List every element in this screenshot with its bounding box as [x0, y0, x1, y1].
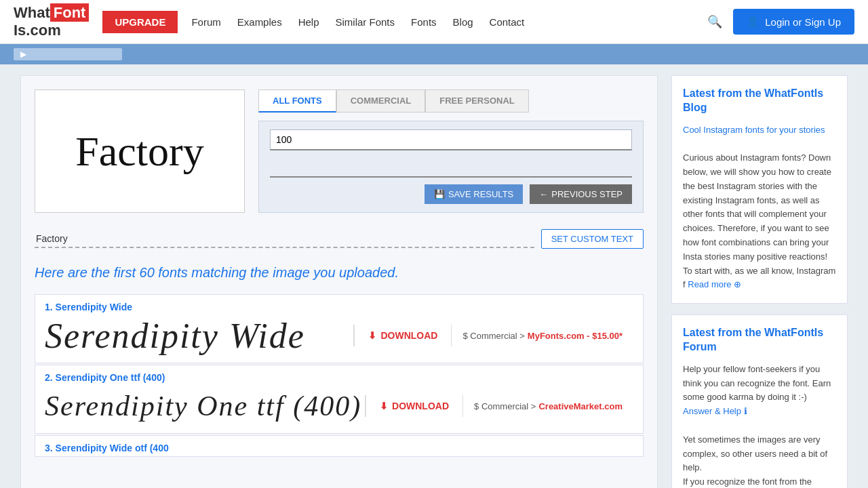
forum-text-1: Help your fellow font-seekers if you thi…: [683, 364, 831, 403]
logo-font: Font: [50, 3, 90, 22]
commercial-link-1[interactable]: MyFonts.com - $15.00*: [528, 331, 623, 341]
filter-form: 💾 SAVE RESULTS ← PREVIOUS STEP: [258, 121, 644, 213]
save-results-button[interactable]: 💾 SAVE RESULTS: [425, 184, 523, 204]
save-label: SAVE RESULTS: [448, 189, 513, 199]
font-actions-2: ⬇ DOWNLOAD $ Commercial > CreativeMarket…: [365, 395, 633, 417]
read-more-link[interactable]: Read more: [688, 279, 731, 289]
answer-help-link[interactable]: Answer & Help: [683, 406, 741, 416]
font-actions-1: ⬇ DOWNLOAD $ Commercial > MyFonts.com - …: [353, 325, 633, 346]
tab-all-fonts[interactable]: ALL FONTS: [258, 89, 336, 113]
custom-text-input[interactable]: [35, 230, 534, 248]
read-more-icon: ⊕: [734, 279, 741, 289]
download-icon-1: ⬇: [368, 330, 376, 341]
font-name-preview-1: Serendipity Wide: [45, 315, 353, 356]
form-actions: 💾 SAVE RESULTS ← PREVIOUS STEP: [270, 184, 632, 204]
nav-links: Forum Examples Help Similar Fonts Fonts …: [191, 16, 707, 28]
arrow-left-icon: ←: [539, 189, 548, 199]
download-label-2: DOWNLOAD: [392, 401, 449, 411]
font-result-1-header[interactable]: 1. Serendipity Wide: [35, 295, 643, 315]
commercial-info-2: $ Commercial > CreativeMarket.com: [463, 396, 633, 417]
custom-text-row-form: [270, 157, 632, 178]
banner-inner: ▶: [14, 48, 122, 60]
banner-arrow-icon: ▶: [20, 49, 26, 59]
main-container: Factory ALL FONTS COMMERCIAL FREE PERSON…: [7, 64, 861, 488]
commercial-link-2[interactable]: CreativeMarket.com: [538, 401, 623, 411]
download-label-1: DOWNLOAD: [380, 330, 437, 341]
forum-info-icon: ℹ: [744, 406, 747, 416]
font-result-2-header[interactable]: 2. Serendipity One ttf (400): [35, 365, 643, 386]
nav-contact[interactable]: Contact: [490, 16, 525, 28]
nav-examples[interactable]: Examples: [237, 16, 282, 28]
blue-banner: ▶: [0, 44, 868, 64]
tabs: ALL FONTS COMMERCIAL FREE PERSONAL: [258, 89, 644, 113]
font-result-2-name[interactable]: Serendipity One ttf (400): [56, 372, 165, 383]
serendipity-one-preview: Serendipity One ttf (400): [45, 390, 361, 422]
download-button-1[interactable]: ⬇ DOWNLOAD: [355, 325, 452, 346]
content-area: Factory ALL FONTS COMMERCIAL FREE PERSON…: [20, 75, 658, 488]
custom-text-form-input[interactable]: [270, 157, 632, 178]
font-result-2-body: Serendipity One ttf (400) ⬇ DOWNLOAD $ C…: [35, 386, 643, 433]
blog-article-link[interactable]: Cool Instagram fonts for your stories: [683, 125, 825, 135]
font-result-item-2: 2. Serendipity One ttf (400) Serendipity…: [35, 365, 644, 434]
download-icon-2: ⬇: [380, 401, 388, 411]
font-result-item-3: 3. Serendipity Wide otf (400: [35, 435, 644, 457]
commercial-label-2: $ Commercial >: [474, 401, 536, 411]
font-name-preview-2: Serendipity One ttf (400): [45, 386, 365, 426]
commercial-info-1: $ Commercial > MyFonts.com - $15.00*: [452, 325, 633, 346]
login-label: Login or Sign Up: [765, 16, 841, 28]
sidebar-blog-card: Latest from the WhatFontIs Blog Cool Ins…: [671, 75, 848, 304]
font-preview-text: Factory: [75, 130, 203, 172]
font-result-3-number: 3: [45, 443, 50, 453]
nav-fonts[interactable]: Fonts: [411, 16, 437, 28]
save-icon: 💾: [434, 189, 445, 199]
font-result-1-body: Serendipity Wide ⬇ DOWNLOAD $ Commercial…: [35, 315, 643, 363]
nav-forum[interactable]: Forum: [191, 16, 220, 28]
previous-step-button[interactable]: ← PREVIOUS STEP: [530, 184, 632, 204]
blog-article-text: Curious about Instagram fonts? Down belo…: [683, 152, 835, 289]
nav-similar-fonts[interactable]: Similar Fonts: [336, 16, 395, 28]
serendipity-wide-preview: Serendipity Wide: [45, 316, 305, 356]
font-result-2-number: 2: [45, 372, 50, 383]
navbar: WhatFont Is.com UPGRADE Forum Examples H…: [0, 0, 868, 44]
sidebar-blog-body: Cool Instagram fonts for your stories Cu…: [683, 123, 836, 293]
font-result-1-name[interactable]: Serendipity Wide: [56, 302, 132, 312]
logo-what: What: [14, 4, 50, 21]
user-icon: 👤: [747, 16, 760, 28]
forum-text-3: If you recognize the font from the sampl…: [683, 476, 831, 488]
logo[interactable]: WhatFont Is.com: [14, 4, 89, 39]
logo-is: Is.com: [14, 22, 61, 39]
right-panel: ALL FONTS COMMERCIAL FREE PERSONAL 💾 SA: [258, 89, 644, 213]
sidebar-blog-title: Latest from the WhatFontIs Blog: [683, 87, 836, 115]
tab-free-personal[interactable]: FREE PERSONAL: [425, 89, 529, 113]
download-button-2[interactable]: ⬇ DOWNLOAD: [366, 395, 463, 417]
login-button[interactable]: 👤 Login or Sign Up: [733, 9, 854, 35]
prev-label: PREVIOUS STEP: [551, 189, 623, 199]
font-result-3-header[interactable]: 3. Serendipity Wide otf (400: [35, 436, 643, 456]
nav-blog[interactable]: Blog: [453, 16, 473, 28]
sidebar: Latest from the WhatFontIs Blog Cool Ins…: [671, 75, 848, 488]
matching-heading: Here are the first 60 fonts matching the…: [35, 265, 644, 281]
font-preview-box: Factory: [35, 89, 245, 213]
font-result-1-number: 1: [45, 302, 50, 312]
search-icon[interactable]: 🔍: [707, 14, 722, 29]
sidebar-forum-body: Help your fellow font-seekers if you thi…: [683, 363, 836, 488]
count-input[interactable]: [270, 129, 632, 150]
commercial-label-1: $ Commercial >: [462, 331, 524, 341]
sidebar-forum-title: Latest from the WhatFontIs Forum: [683, 326, 836, 354]
forum-text-2: Yet sometimes the images are very comple…: [683, 434, 827, 473]
nav-help[interactable]: Help: [298, 16, 319, 28]
tab-commercial[interactable]: COMMERCIAL: [336, 89, 426, 113]
top-section: Factory ALL FONTS COMMERCIAL FREE PERSON…: [35, 89, 644, 213]
custom-text-section: SET CUSTOM TEXT: [35, 229, 644, 249]
font-result-3-name[interactable]: Serendipity Wide otf (400: [56, 443, 169, 453]
sidebar-forum-card: Latest from the WhatFontIs Forum Help yo…: [671, 314, 848, 488]
upgrade-button[interactable]: UPGRADE: [102, 11, 178, 33]
set-custom-text-button[interactable]: SET CUSTOM TEXT: [541, 229, 644, 249]
font-result-item: 1. Serendipity Wide Serendipity Wide ⬇ D…: [35, 294, 644, 363]
count-row: [270, 129, 632, 150]
